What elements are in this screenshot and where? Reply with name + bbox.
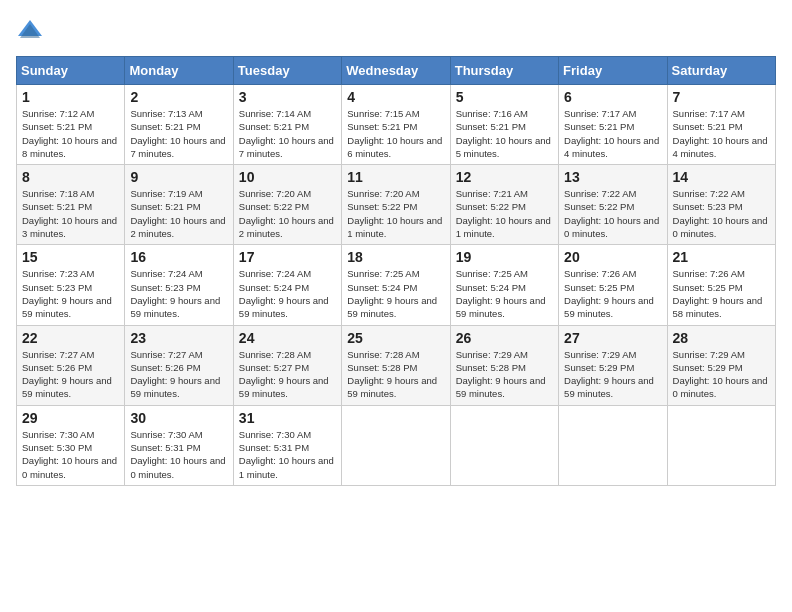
daylight-hours: Daylight: 9 hours and 59 minutes. (564, 295, 654, 319)
calendar-cell: 21 Sunrise: 7:26 AM Sunset: 5:25 PM Dayl… (667, 245, 775, 325)
day-info: Sunrise: 7:22 AM Sunset: 5:22 PM Dayligh… (564, 187, 661, 240)
day-info: Sunrise: 7:22 AM Sunset: 5:23 PM Dayligh… (673, 187, 770, 240)
calendar-cell: 20 Sunrise: 7:26 AM Sunset: 5:25 PM Dayl… (559, 245, 667, 325)
daylight-hours: Daylight: 10 hours and 0 minutes. (130, 455, 225, 479)
day-info: Sunrise: 7:30 AM Sunset: 5:31 PM Dayligh… (239, 428, 336, 481)
sunset-time: Sunset: 5:22 PM (347, 201, 417, 212)
sunset-time: Sunset: 5:24 PM (347, 282, 417, 293)
calendar-cell: 1 Sunrise: 7:12 AM Sunset: 5:21 PM Dayli… (17, 85, 125, 165)
day-number: 23 (130, 330, 227, 346)
sunset-time: Sunset: 5:29 PM (673, 362, 743, 373)
day-number: 14 (673, 169, 770, 185)
day-number: 28 (673, 330, 770, 346)
day-number: 1 (22, 89, 119, 105)
calendar-cell: 6 Sunrise: 7:17 AM Sunset: 5:21 PM Dayli… (559, 85, 667, 165)
daylight-hours: Daylight: 10 hours and 7 minutes. (130, 135, 225, 159)
sunrise-time: Sunrise: 7:29 AM (456, 349, 528, 360)
daylight-hours: Daylight: 9 hours and 59 minutes. (239, 295, 329, 319)
sunset-time: Sunset: 5:21 PM (130, 201, 200, 212)
calendar-cell: 7 Sunrise: 7:17 AM Sunset: 5:21 PM Dayli… (667, 85, 775, 165)
column-header-wednesday: Wednesday (342, 57, 450, 85)
day-number: 27 (564, 330, 661, 346)
day-number: 16 (130, 249, 227, 265)
day-info: Sunrise: 7:30 AM Sunset: 5:30 PM Dayligh… (22, 428, 119, 481)
day-info: Sunrise: 7:26 AM Sunset: 5:25 PM Dayligh… (673, 267, 770, 320)
calendar-cell (667, 405, 775, 485)
daylight-hours: Daylight: 10 hours and 4 minutes. (564, 135, 659, 159)
calendar-cell: 17 Sunrise: 7:24 AM Sunset: 5:24 PM Dayl… (233, 245, 341, 325)
sunrise-time: Sunrise: 7:19 AM (130, 188, 202, 199)
day-info: Sunrise: 7:25 AM Sunset: 5:24 PM Dayligh… (347, 267, 444, 320)
sunset-time: Sunset: 5:22 PM (239, 201, 309, 212)
day-number: 31 (239, 410, 336, 426)
day-number: 3 (239, 89, 336, 105)
day-number: 2 (130, 89, 227, 105)
calendar-week-row: 22 Sunrise: 7:27 AM Sunset: 5:26 PM Dayl… (17, 325, 776, 405)
sunset-time: Sunset: 5:23 PM (22, 282, 92, 293)
sunrise-time: Sunrise: 7:23 AM (22, 268, 94, 279)
day-info: Sunrise: 7:20 AM Sunset: 5:22 PM Dayligh… (347, 187, 444, 240)
calendar-cell: 9 Sunrise: 7:19 AM Sunset: 5:21 PM Dayli… (125, 165, 233, 245)
sunrise-time: Sunrise: 7:16 AM (456, 108, 528, 119)
sunset-time: Sunset: 5:22 PM (456, 201, 526, 212)
day-info: Sunrise: 7:21 AM Sunset: 5:22 PM Dayligh… (456, 187, 553, 240)
column-header-saturday: Saturday (667, 57, 775, 85)
daylight-hours: Daylight: 10 hours and 2 minutes. (130, 215, 225, 239)
calendar-cell: 30 Sunrise: 7:30 AM Sunset: 5:31 PM Dayl… (125, 405, 233, 485)
day-number: 7 (673, 89, 770, 105)
sunset-time: Sunset: 5:21 PM (347, 121, 417, 132)
sunrise-time: Sunrise: 7:13 AM (130, 108, 202, 119)
daylight-hours: Daylight: 10 hours and 0 minutes. (673, 375, 768, 399)
day-info: Sunrise: 7:14 AM Sunset: 5:21 PM Dayligh… (239, 107, 336, 160)
sunset-time: Sunset: 5:31 PM (130, 442, 200, 453)
day-info: Sunrise: 7:19 AM Sunset: 5:21 PM Dayligh… (130, 187, 227, 240)
calendar-cell (342, 405, 450, 485)
day-info: Sunrise: 7:23 AM Sunset: 5:23 PM Dayligh… (22, 267, 119, 320)
calendar-cell: 25 Sunrise: 7:28 AM Sunset: 5:28 PM Dayl… (342, 325, 450, 405)
day-number: 19 (456, 249, 553, 265)
day-info: Sunrise: 7:30 AM Sunset: 5:31 PM Dayligh… (130, 428, 227, 481)
daylight-hours: Daylight: 9 hours and 58 minutes. (673, 295, 763, 319)
day-info: Sunrise: 7:16 AM Sunset: 5:21 PM Dayligh… (456, 107, 553, 160)
sunrise-time: Sunrise: 7:20 AM (347, 188, 419, 199)
calendar-cell: 26 Sunrise: 7:29 AM Sunset: 5:28 PM Dayl… (450, 325, 558, 405)
day-number: 17 (239, 249, 336, 265)
day-number: 6 (564, 89, 661, 105)
day-number: 10 (239, 169, 336, 185)
sunrise-time: Sunrise: 7:30 AM (22, 429, 94, 440)
day-info: Sunrise: 7:24 AM Sunset: 5:24 PM Dayligh… (239, 267, 336, 320)
day-number: 9 (130, 169, 227, 185)
sunset-time: Sunset: 5:29 PM (564, 362, 634, 373)
daylight-hours: Daylight: 9 hours and 59 minutes. (456, 375, 546, 399)
sunrise-time: Sunrise: 7:17 AM (564, 108, 636, 119)
day-info: Sunrise: 7:25 AM Sunset: 5:24 PM Dayligh… (456, 267, 553, 320)
day-info: Sunrise: 7:17 AM Sunset: 5:21 PM Dayligh… (673, 107, 770, 160)
sunrise-time: Sunrise: 7:24 AM (239, 268, 311, 279)
calendar-week-row: 15 Sunrise: 7:23 AM Sunset: 5:23 PM Dayl… (17, 245, 776, 325)
day-number: 13 (564, 169, 661, 185)
sunset-time: Sunset: 5:27 PM (239, 362, 309, 373)
day-number: 25 (347, 330, 444, 346)
sunset-time: Sunset: 5:21 PM (239, 121, 309, 132)
calendar-cell: 4 Sunrise: 7:15 AM Sunset: 5:21 PM Dayli… (342, 85, 450, 165)
page-header (16, 16, 776, 44)
day-number: 8 (22, 169, 119, 185)
sunrise-time: Sunrise: 7:27 AM (22, 349, 94, 360)
sunset-time: Sunset: 5:24 PM (456, 282, 526, 293)
daylight-hours: Daylight: 9 hours and 59 minutes. (239, 375, 329, 399)
daylight-hours: Daylight: 9 hours and 59 minutes. (22, 295, 112, 319)
sunset-time: Sunset: 5:28 PM (347, 362, 417, 373)
calendar-cell: 10 Sunrise: 7:20 AM Sunset: 5:22 PM Dayl… (233, 165, 341, 245)
calendar-cell: 23 Sunrise: 7:27 AM Sunset: 5:26 PM Dayl… (125, 325, 233, 405)
daylight-hours: Daylight: 10 hours and 1 minute. (456, 215, 551, 239)
day-info: Sunrise: 7:18 AM Sunset: 5:21 PM Dayligh… (22, 187, 119, 240)
daylight-hours: Daylight: 10 hours and 8 minutes. (22, 135, 117, 159)
calendar-cell: 11 Sunrise: 7:20 AM Sunset: 5:22 PM Dayl… (342, 165, 450, 245)
calendar-cell (559, 405, 667, 485)
sunrise-time: Sunrise: 7:25 AM (347, 268, 419, 279)
day-info: Sunrise: 7:20 AM Sunset: 5:22 PM Dayligh… (239, 187, 336, 240)
daylight-hours: Daylight: 10 hours and 1 minute. (239, 455, 334, 479)
sunset-time: Sunset: 5:23 PM (673, 201, 743, 212)
calendar-cell: 16 Sunrise: 7:24 AM Sunset: 5:23 PM Dayl… (125, 245, 233, 325)
calendar-header-row: SundayMondayTuesdayWednesdayThursdayFrid… (17, 57, 776, 85)
